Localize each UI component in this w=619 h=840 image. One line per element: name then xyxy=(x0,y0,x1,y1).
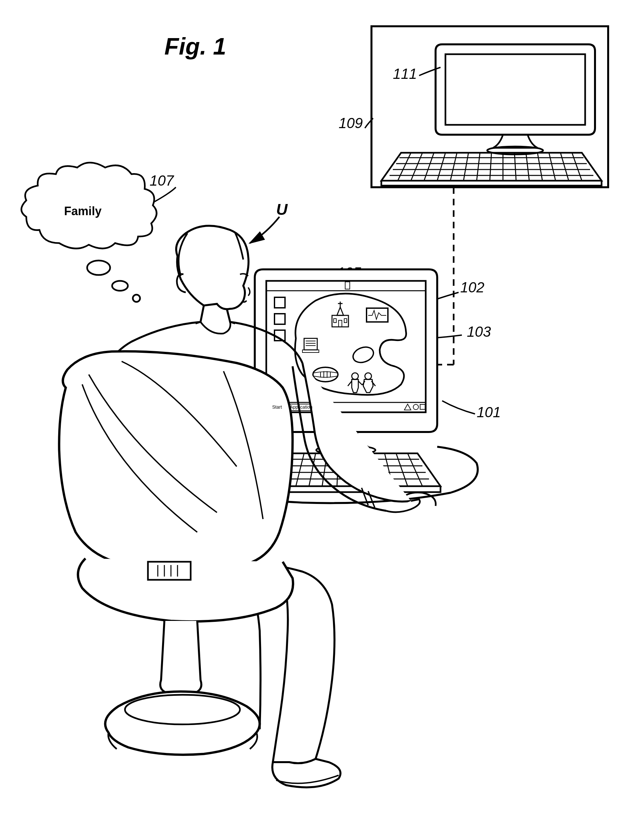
svg-line-22 xyxy=(572,153,582,181)
leader-101 xyxy=(442,401,475,414)
svg-rect-80 xyxy=(148,562,191,580)
office-chair xyxy=(59,351,293,755)
svg-point-25 xyxy=(112,281,128,291)
svg-line-17 xyxy=(514,153,516,181)
leader-111 xyxy=(419,67,441,76)
svg-rect-2 xyxy=(446,54,585,125)
remote-computer xyxy=(371,26,608,187)
patent-figure-page: Fig. 1 U 107 111 109 105 102 103 101 xyxy=(7,7,619,840)
svg-line-18 xyxy=(526,153,529,181)
figure-illustration: Family xyxy=(7,7,619,840)
svg-line-13 xyxy=(464,153,468,181)
svg-line-10 xyxy=(424,153,434,181)
svg-line-12 xyxy=(450,153,457,181)
svg-line-14 xyxy=(477,153,480,181)
svg-line-9 xyxy=(411,153,422,181)
svg-line-8 xyxy=(398,153,411,181)
svg-line-19 xyxy=(537,153,543,181)
taskbar-app-text: Application xyxy=(290,404,312,410)
svg-line-21 xyxy=(561,153,569,181)
svg-line-20 xyxy=(549,153,556,181)
thought-text-svg: Family xyxy=(64,204,102,218)
svg-line-15 xyxy=(490,153,492,181)
svg-line-11 xyxy=(437,153,446,181)
thought-bubble: Family xyxy=(21,163,157,302)
user-arrow xyxy=(250,217,280,243)
svg-point-26 xyxy=(133,295,140,302)
taskbar-start-text: Start xyxy=(272,404,282,410)
svg-point-24 xyxy=(87,261,110,275)
